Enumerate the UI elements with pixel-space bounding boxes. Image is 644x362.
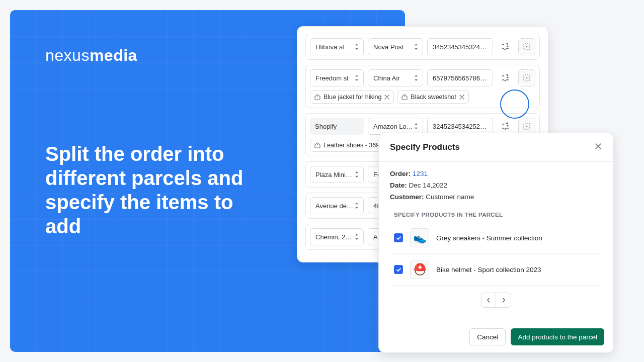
customer-value: Customer name [426, 193, 474, 201]
order-label: Order: [390, 170, 411, 177]
add-products-button[interactable]: Add products to the parcel [511, 328, 604, 345]
svg-point-11 [505, 80, 506, 81]
address-text: Shopify [315, 123, 337, 130]
brand-logo: nexusmedia [45, 46, 137, 65]
product-tag: Blue jacket for hiking [310, 90, 394, 104]
parcel-action-icon[interactable] [518, 38, 535, 55]
svg-point-15 [404, 96, 405, 97]
address-text: Avenue de Rena.. [315, 202, 354, 210]
tag-remove-icon[interactable] [384, 95, 389, 100]
close-icon[interactable] [594, 142, 602, 152]
carrier-select[interactable]: Nova Post [368, 38, 423, 55]
product-row[interactable]: ⛑️Bike helmet - Sport collection 2023 [390, 254, 602, 285]
tracking-text: 32452345342524565 [433, 123, 489, 130]
date-label: Date: [390, 182, 407, 189]
carrier-select[interactable]: China Air [368, 69, 423, 86]
svg-point-6 [526, 46, 528, 48]
product-thumbnail: 👟 [410, 228, 429, 247]
tag-label: Leather shoes - 3696 [324, 142, 383, 149]
modal-header: Specify Products [379, 133, 613, 162]
parcel-action-icon[interactable] [518, 69, 535, 86]
svg-rect-1 [502, 48, 504, 49]
split-parcel-icon[interactable] [497, 38, 514, 55]
customer-label: Customer: [390, 193, 424, 201]
modal-footer: Cancel Add products to the parcel [379, 321, 613, 352]
svg-point-20 [505, 128, 506, 130]
address-select[interactable]: Avenue de Rena.. [310, 197, 364, 214]
address-text: Chemin, 24709 [315, 233, 354, 241]
product-name: Grey sneakers - Summer collection [436, 234, 542, 242]
split-parcel-icon[interactable] [497, 118, 514, 135]
page-next-button[interactable] [496, 293, 511, 308]
date-row: Date: Dec 14,2022 [390, 182, 602, 189]
svg-rect-19 [506, 128, 509, 129]
parcel-row: Hlibova stNova Post34523453453245432 [305, 34, 540, 60]
svg-point-13 [526, 77, 528, 79]
product-row[interactable]: 👟Grey sneakers - Summer collection [390, 222, 602, 254]
address-text: Freedom st [315, 74, 349, 82]
svg-rect-17 [502, 128, 504, 129]
product-checkbox[interactable] [394, 233, 403, 242]
svg-rect-3 [506, 48, 509, 49]
pager [390, 286, 602, 316]
tracking-text: 65797565657865565 [433, 74, 489, 82]
brand-bold: media [90, 46, 137, 64]
svg-point-23 [317, 144, 318, 145]
order-link[interactable]: 1231 [413, 170, 428, 177]
svg-rect-10 [506, 79, 509, 80]
address-text: Hlibova st [315, 43, 344, 51]
svg-point-4 [505, 49, 506, 50]
svg-point-9 [507, 76, 508, 78]
tag-label: Blue jacket for hiking [324, 94, 381, 101]
product-checkbox[interactable] [394, 265, 403, 274]
page-prev-button[interactable] [481, 293, 496, 308]
parcel-row: Freedom stChina Air65797565657865565Blue… [305, 65, 540, 108]
product-list: 👟Grey sneakers - Summer collection⛑️Bike… [390, 222, 602, 286]
svg-point-18 [507, 125, 508, 126]
address-select[interactable]: Chemin, 24709 [310, 228, 364, 245]
product-thumbnail: ⛑️ [410, 260, 429, 279]
svg-point-22 [526, 126, 528, 127]
tag-icon [314, 142, 320, 148]
parcel-action-icon[interactable] [518, 118, 535, 135]
svg-rect-7 [502, 75, 504, 76]
carrier-text: China Air [373, 74, 400, 82]
svg-rect-0 [502, 44, 504, 45]
customer-row: Customer: Customer name [390, 193, 602, 201]
tracking-input[interactable]: 32452345342524565 [427, 118, 493, 135]
carrier-text: A [373, 233, 378, 241]
parcel-source-label: Shopify [310, 118, 364, 135]
carrier-text: Nova Post [373, 43, 404, 51]
tag-icon [314, 94, 320, 100]
order-row: Order: 1231 [390, 170, 602, 177]
split-parcel-icon[interactable] [497, 69, 514, 86]
product-name: Bike helmet - Sport collection 2023 [436, 266, 541, 274]
tracking-input[interactable]: 34523453453245432 [427, 38, 493, 55]
tag-label: Black sweetshot [411, 94, 456, 101]
brand-prefix: nexus [45, 46, 90, 64]
modal-body: Order: 1231 Date: Dec 14,2022 Customer: … [379, 162, 613, 321]
product-tag-list: Blue jacket for hikingBlack sweetshot [310, 90, 535, 104]
section-title: SPECIFY PRODUCTS IN THE PARCEL [390, 205, 602, 222]
tag-icon [401, 94, 408, 100]
date-value: Dec 14,2022 [409, 182, 448, 189]
specify-products-modal: Specify Products Order: 1231 Date: Dec 1… [378, 133, 614, 353]
headline: Split the order into different parcels a… [45, 142, 257, 238]
svg-point-2 [507, 45, 508, 47]
address-select[interactable]: Freedom st [310, 69, 364, 86]
tracking-text: 34523453453245432 [433, 43, 489, 51]
cancel-button[interactable]: Cancel [469, 328, 506, 345]
address-select[interactable]: Hlibova st [310, 38, 364, 55]
svg-point-14 [317, 96, 318, 97]
svg-rect-8 [502, 79, 504, 80]
tag-remove-icon[interactable] [459, 95, 464, 100]
carrier-select[interactable]: Amazon Logistics [368, 118, 423, 135]
modal-title: Specify Products [390, 142, 460, 152]
product-tag: Black sweetshot [397, 90, 468, 104]
carrier-text: Amazon Logistics [373, 123, 414, 130]
address-text: Plaza Ministro [315, 171, 354, 178]
tracking-input[interactable]: 65797565657865565 [427, 69, 493, 86]
svg-rect-16 [502, 124, 504, 125]
address-select[interactable]: Plaza Ministro [310, 166, 364, 183]
